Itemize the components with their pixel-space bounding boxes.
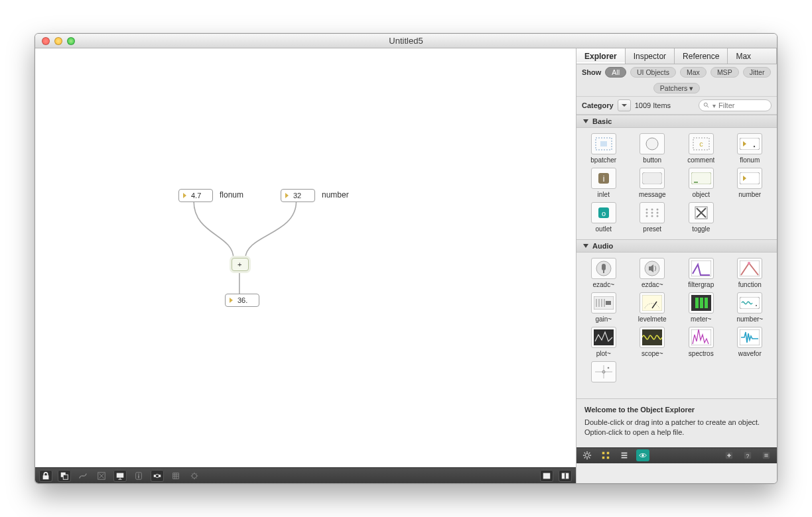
search-icon xyxy=(703,102,710,109)
svg-point-70 xyxy=(607,367,609,369)
palette-item-extra[interactable] xyxy=(580,361,627,392)
titlebar: Untitled5 xyxy=(35,34,777,48)
filter-search[interactable]: ▾ xyxy=(699,99,772,111)
palette-item-spectroscope[interactable]: spectros xyxy=(678,327,724,357)
svg-point-32 xyxy=(646,209,648,211)
palette-item-preset[interactable]: preset xyxy=(630,202,676,233)
palette-item-filtergraph[interactable]: filtergrap xyxy=(678,258,724,288)
triangle-icon xyxy=(230,298,233,303)
eye-icon[interactable] xyxy=(636,449,649,461)
svg-rect-16 xyxy=(600,141,607,146)
tab-inspector[interactable]: Inspector xyxy=(626,48,675,64)
help-line-1: Double-click or drag into a patcher to c… xyxy=(584,418,769,428)
palette-item-inlet[interactable]: iinlet xyxy=(580,168,627,198)
filter-max[interactable]: Max xyxy=(680,67,707,78)
filter-msp[interactable]: MSP xyxy=(710,67,739,78)
sidebar-bottom-toolbar: ? xyxy=(576,447,777,463)
list-view-icon[interactable] xyxy=(618,449,631,461)
filter-all[interactable]: All xyxy=(605,67,626,78)
palette-item-outlet[interactable]: ooutlet xyxy=(580,202,627,233)
palette-item-object[interactable]: object xyxy=(678,168,724,198)
debug-icon[interactable] xyxy=(188,470,201,482)
svg-rect-60 xyxy=(705,298,708,308)
palette-item-toggle[interactable]: toggle xyxy=(678,202,724,233)
disclosure-icon xyxy=(583,244,588,248)
inspector-icon[interactable] xyxy=(151,470,164,482)
svg-rect-27 xyxy=(694,182,698,183)
help-icon[interactable]: ? xyxy=(741,449,754,461)
palette-item-number-sig[interactable]: number~ xyxy=(727,292,774,323)
patcher-canvas[interactable]: 4.7 flonum 32 number + 36. xyxy=(35,48,576,467)
filter-jitter[interactable]: Jitter xyxy=(743,67,772,78)
svg-point-36 xyxy=(651,212,653,214)
svg-line-14 xyxy=(707,106,709,108)
palette-item-comment[interactable]: ccomment xyxy=(678,133,724,164)
number-label: number xyxy=(322,190,349,200)
window-title: Untitled5 xyxy=(35,36,777,46)
presentation-icon[interactable] xyxy=(113,470,127,482)
show-filter-bar: Show All UI Objects Max MSP Jitter Patch… xyxy=(576,64,777,97)
svg-line-79 xyxy=(584,457,586,459)
svg-rect-28 xyxy=(740,172,760,184)
svg-point-87 xyxy=(642,455,644,457)
svg-point-8 xyxy=(155,474,159,477)
filter-patchers[interactable]: Patchers ▾ xyxy=(653,83,700,93)
tab-reference[interactable]: Reference xyxy=(675,48,728,64)
filter-input[interactable] xyxy=(718,101,765,109)
lock-icon[interactable] xyxy=(39,470,52,482)
svg-text:o: o xyxy=(602,209,606,217)
filter-ui-objects[interactable]: UI Objects xyxy=(630,67,676,78)
palette-item-flonum[interactable]: flonum xyxy=(727,133,774,164)
palette-item-plot[interactable]: plot~ xyxy=(580,327,627,357)
svg-line-77 xyxy=(589,457,590,459)
palette-item-levelmeter[interactable]: levelmete xyxy=(630,292,676,323)
svg-rect-3 xyxy=(117,473,124,477)
category-dropdown[interactable] xyxy=(618,99,631,111)
svg-rect-59 xyxy=(700,298,703,308)
result-box[interactable]: 36. xyxy=(225,294,259,307)
flonum-label: flonum xyxy=(220,190,243,200)
add-icon[interactable] xyxy=(722,449,736,461)
svg-rect-81 xyxy=(607,452,610,455)
svg-rect-6 xyxy=(138,475,139,478)
svg-point-37 xyxy=(657,212,659,214)
palette-item-meter[interactable]: meter~ xyxy=(678,292,724,323)
svg-point-9 xyxy=(192,473,197,478)
palette-item-bpatcher[interactable]: bpatcher xyxy=(580,133,627,164)
close-box-icon[interactable] xyxy=(95,470,108,482)
svg-point-62 xyxy=(756,305,757,306)
section-header-audio[interactable]: Audio xyxy=(576,239,777,253)
gear-icon[interactable] xyxy=(580,449,594,461)
help-box: Welcome to the Object Explorer Double-cl… xyxy=(576,398,777,447)
svg-text:i: i xyxy=(602,174,604,184)
svg-point-34 xyxy=(657,209,659,211)
section-header-basic[interactable]: Basic xyxy=(576,115,777,128)
triangle-icon xyxy=(183,193,186,198)
grid-view-icon[interactable] xyxy=(599,449,612,461)
new-view-icon[interactable] xyxy=(58,470,71,482)
flonum-box[interactable]: 4.7 xyxy=(178,189,213,202)
tab-max[interactable]: Max xyxy=(728,48,777,64)
menu-icon[interactable] xyxy=(760,449,773,461)
palette-item-scope[interactable]: scope~ xyxy=(630,327,676,357)
grid-icon[interactable] xyxy=(169,470,182,482)
info-icon[interactable] xyxy=(132,470,145,482)
svg-line-78 xyxy=(589,453,590,454)
patcher-bottom-toolbar xyxy=(35,467,576,483)
number-box[interactable]: 32 xyxy=(281,189,315,202)
palette-item-number[interactable]: number xyxy=(727,168,774,198)
palette-item-button[interactable]: button xyxy=(630,133,676,164)
single-pane-icon[interactable] xyxy=(540,470,553,482)
palette-item-ezdac[interactable]: ezdac~ xyxy=(630,258,676,288)
palette-item-message[interactable]: message xyxy=(630,168,676,198)
tab-explorer[interactable]: Explorer xyxy=(576,48,626,64)
palette-item-gain[interactable]: gain~ xyxy=(580,292,627,323)
palette-item-waveform[interactable]: wavefor xyxy=(727,327,774,357)
plus-object[interactable]: + xyxy=(232,258,249,271)
app-window: Untitled5 4.7 flonum 32 number xyxy=(34,33,778,484)
patch-cord-icon[interactable] xyxy=(76,470,90,482)
palette-item-ezadc[interactable]: ezadc~ xyxy=(580,258,627,288)
palette-item-function[interactable]: function xyxy=(727,258,774,288)
split-pane-icon[interactable] xyxy=(559,470,572,482)
svg-text:c: c xyxy=(699,140,703,148)
